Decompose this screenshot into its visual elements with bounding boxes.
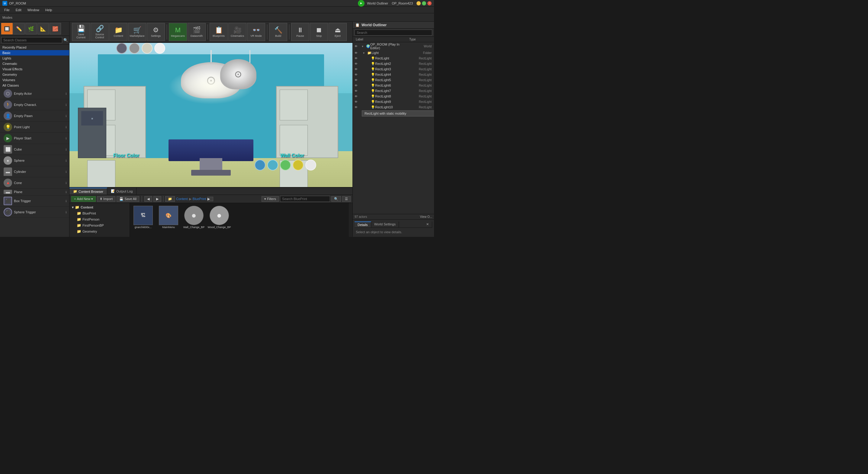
- tree-op-room[interactable]: 👁 ▾ 🌍 OP_ROOM (Play In Editor) World: [353, 42, 434, 50]
- import-button[interactable]: ⬆ Import: [97, 196, 115, 202]
- maximize-button[interactable]: □: [422, 1, 426, 5]
- breadcrumb-blueprint[interactable]: BluePrint: [193, 197, 206, 201]
- save-all-button[interactable]: 💾 Save All: [117, 196, 139, 202]
- tree-eye-rl5[interactable]: 👁: [354, 78, 358, 82]
- tree-eye-rl3[interactable]: 👁: [354, 68, 358, 71]
- asset-gnarchi[interactable]: 🏗 gnarchi600x...: [131, 204, 155, 231]
- tree-eye-rl4[interactable]: 👁: [354, 73, 358, 76]
- item-point-light-info[interactable]: ℹ: [65, 126, 67, 129]
- tree-rectlight4[interactable]: 👁 💡 RectLight4 RectLight: [353, 72, 434, 77]
- item-player-start-info[interactable]: ℹ: [65, 137, 67, 140]
- tree-rectlight5[interactable]: 👁 💡 RectLight5 RectLight: [353, 77, 434, 83]
- item-cone-info[interactable]: ℹ: [65, 181, 67, 185]
- item-cylinder[interactable]: ▬ Cylinder ℹ: [0, 166, 69, 177]
- view-options[interactable]: View O...: [420, 215, 432, 218]
- nav-forward-button[interactable]: ▶: [153, 196, 161, 202]
- foliage-mode-btn[interactable]: 🌿: [25, 23, 37, 34]
- asset-wood-change[interactable]: ● Wood_Change_BP: [207, 204, 231, 231]
- item-box-trigger[interactable]: ⬛ Box Trigger ℹ: [0, 196, 69, 207]
- minimize-button[interactable]: —: [416, 1, 421, 5]
- tree-eye-rl6[interactable]: 👁: [354, 84, 358, 87]
- floor-swatch-dark[interactable]: [116, 43, 127, 54]
- item-sphere-trigger[interactable]: ⚫ Sphere Trigger ℹ: [0, 207, 69, 218]
- settings-button[interactable]: ⚙ Settings: [147, 23, 165, 41]
- content-button[interactable]: 📁 Content: [109, 23, 127, 41]
- floor-swatch-light[interactable]: [142, 43, 153, 54]
- category-lights[interactable]: Lights: [0, 56, 69, 61]
- item-point-light[interactable]: 💡 Point Light ℹ: [0, 122, 69, 133]
- item-box-trigger-info[interactable]: ℹ: [65, 199, 67, 203]
- paint-mode-btn[interactable]: ✏️: [13, 23, 25, 34]
- tree-eye-rl9[interactable]: 👁: [354, 100, 358, 103]
- outliner-search-input[interactable]: [354, 30, 432, 36]
- search-blueprint-input[interactable]: [280, 196, 330, 202]
- wall-swatch-yellow[interactable]: [293, 160, 304, 170]
- details-tab[interactable]: Details: [354, 222, 371, 228]
- item-plane-info[interactable]: ℹ: [65, 191, 67, 194]
- item-sphere-trigger-info[interactable]: ℹ: [65, 211, 67, 214]
- folder-firstpersonbp[interactable]: 📁 FirstPersonBP: [69, 223, 130, 228]
- breadcrumb-more-button[interactable]: ▶: [207, 197, 213, 201]
- pause-button[interactable]: ⏸ Pause: [291, 23, 309, 41]
- bsp-mode-btn[interactable]: 🧱: [50, 23, 61, 34]
- nav-folder-button[interactable]: 📁: [165, 196, 175, 202]
- item-empty-actor[interactable]: ⬡ Empty Actor ℹ: [0, 88, 69, 99]
- folder-content[interactable]: ▾ 📁 Content: [69, 204, 130, 210]
- wall-swatch-white[interactable]: [305, 160, 316, 170]
- item-cone[interactable]: 🔺 Cone ℹ: [0, 177, 69, 189]
- tree-expand-light[interactable]: ▾: [363, 51, 367, 55]
- folder-blueprint[interactable]: 📁 BluePrint: [69, 210, 130, 216]
- cb-view-options-button[interactable]: ☰: [342, 196, 351, 202]
- details-close-button[interactable]: ✕: [423, 222, 432, 228]
- tree-rectlight1[interactable]: 👁 💡 RectLight RectLight: [353, 56, 434, 61]
- breadcrumb-content[interactable]: Content: [176, 197, 188, 201]
- item-player-start[interactable]: ▶ Player Start ℹ: [0, 133, 69, 144]
- folder-geometry[interactable]: 📁 Geometry: [69, 228, 130, 234]
- folder-firstperson[interactable]: 📁 FirstPerson: [69, 216, 130, 223]
- tree-eye-rl7[interactable]: 👁: [354, 89, 358, 93]
- nav-back-button[interactable]: ◀: [144, 196, 152, 202]
- tree-eye-rl1[interactable]: 👁: [354, 57, 358, 60]
- source-control-button[interactable]: 🔗 Source Control: [91, 23, 109, 41]
- marketplace-button[interactable]: 🛒 Marketplace: [128, 23, 146, 41]
- world-settings-tab[interactable]: World Settings: [371, 222, 399, 228]
- item-sphere-info[interactable]: ℹ: [65, 159, 67, 162]
- asset-wall-change[interactable]: ● Wall_Change_BP: [182, 204, 206, 231]
- wall-swatch-lightblue[interactable]: [267, 160, 278, 170]
- blueprints-button[interactable]: 📋 Blueprints: [210, 23, 228, 41]
- category-geometry[interactable]: Geometry: [0, 72, 69, 77]
- item-empty-pawn-info[interactable]: ℹ: [65, 114, 67, 118]
- tree-rectlight8[interactable]: 👁 💡 RectLight8 RectLight: [353, 94, 434, 99]
- menu-file[interactable]: File: [1, 7, 13, 12]
- item-plane[interactable]: ▬ Plane ℹ: [0, 189, 69, 196]
- tree-rectlight6[interactable]: 👁 💡 RectLight6 RectLight: [353, 83, 434, 88]
- category-all-classes[interactable]: All Classes: [0, 83, 69, 88]
- add-new-button[interactable]: + Add New ▾: [71, 196, 96, 202]
- place-mode-btn[interactable]: 🔲: [1, 23, 13, 34]
- datasmith-button[interactable]: 🎬 Datasmith: [188, 23, 206, 41]
- menu-window[interactable]: Window: [25, 7, 42, 12]
- tab-output-log[interactable]: 📝 Output Log: [107, 188, 136, 195]
- col-type[interactable]: Type: [408, 37, 432, 41]
- tree-rectlight10[interactable]: 👁 💡 RectLight10 RectLight: [353, 104, 434, 110]
- menu-edit[interactable]: Edit: [13, 7, 25, 12]
- cinematics-button[interactable]: 🎥 Cinematics: [228, 23, 246, 41]
- assets-scrollbar[interactable]: [349, 203, 352, 237]
- viewport[interactable]: ⊙ ⊙: [69, 43, 352, 187]
- category-visual-effects[interactable]: Visual Effects: [0, 66, 69, 72]
- col-label[interactable]: Label: [354, 37, 408, 41]
- item-empty-pawn[interactable]: 👤 Empty Pawn ℹ: [0, 110, 69, 122]
- wall-swatch-blue[interactable]: [255, 160, 266, 170]
- floor-swatch-gray[interactable]: [129, 43, 140, 54]
- tree-rectlight3[interactable]: 👁 💡 RectLight3 RectLight: [353, 66, 434, 72]
- tree-rectlight9[interactable]: 👁 💡 RectLight9 RectLight: [353, 99, 434, 104]
- tree-eye-rl2[interactable]: 👁: [354, 62, 358, 65]
- item-empty-actor-info[interactable]: ℹ: [65, 92, 67, 95]
- tree-eye-rl10[interactable]: 👁: [354, 106, 358, 109]
- category-recently-placed[interactable]: Recently Placed: [0, 45, 69, 50]
- item-cube[interactable]: ⬜ Cube ℹ: [0, 144, 69, 155]
- tree-expand-world[interactable]: ▾: [362, 45, 366, 48]
- item-empty-character-info[interactable]: ℹ: [65, 103, 67, 106]
- floor-swatch-white[interactable]: [154, 43, 165, 54]
- tab-content-browser[interactable]: 📁 Content Browser: [69, 188, 107, 195]
